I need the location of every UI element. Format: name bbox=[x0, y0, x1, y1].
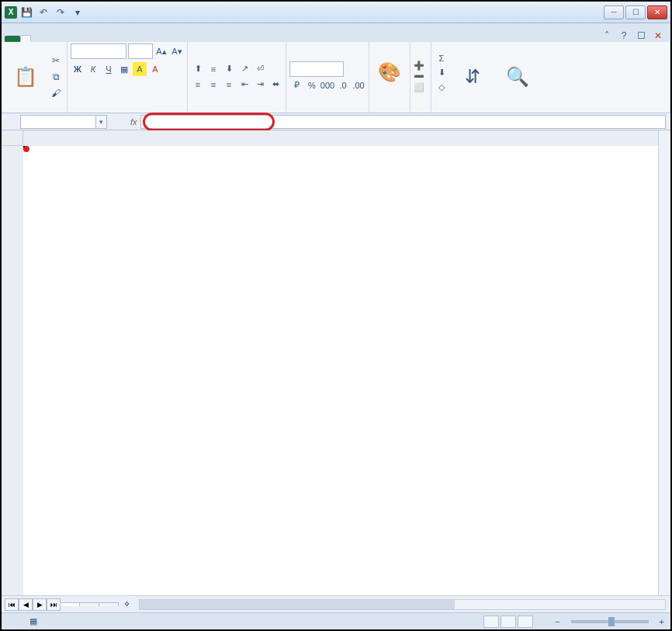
cells-container[interactable] bbox=[23, 146, 658, 595]
tab-formulas[interactable] bbox=[50, 36, 59, 42]
autosum-icon[interactable]: Σ bbox=[435, 51, 449, 65]
decrease-font-icon[interactable]: A▾ bbox=[170, 44, 184, 58]
close-button[interactable]: ✕ bbox=[647, 5, 667, 19]
clear-icon[interactable]: ◇ bbox=[435, 81, 449, 95]
inner-close-icon[interactable]: ✕ bbox=[652, 29, 664, 42]
number-format-input[interactable] bbox=[289, 61, 344, 77]
fill-icon[interactable]: ⬇ bbox=[435, 66, 449, 80]
format-icon: ⬜ bbox=[414, 82, 424, 92]
align-top-icon[interactable]: ⬆ bbox=[191, 62, 205, 76]
minimize-ribbon-icon[interactable]: ˄ bbox=[601, 29, 613, 42]
maximize-button[interactable]: ☐ bbox=[625, 5, 646, 19]
align-center-icon[interactable]: ≡ bbox=[206, 78, 220, 92]
group-font: A▴ A▾ Ж К Ч ▦ A A bbox=[68, 42, 188, 113]
align-bottom-icon[interactable]: ⬇ bbox=[222, 62, 236, 76]
group-styles: 🎨 bbox=[369, 42, 410, 113]
sheet-tab-2[interactable] bbox=[79, 602, 99, 606]
decrease-decimal-icon[interactable]: .00 bbox=[352, 78, 365, 92]
increase-font-icon[interactable]: A▴ bbox=[154, 44, 168, 58]
tab-abbyy[interactable] bbox=[115, 36, 124, 42]
formula-highlight bbox=[143, 113, 275, 131]
sheet-nav-prev-icon[interactable]: ◀ bbox=[19, 598, 33, 611]
active-cell-value bbox=[23, 146, 29, 149]
tab-data[interactable] bbox=[59, 36, 68, 42]
delete-cells-button[interactable]: ➖ bbox=[414, 71, 428, 81]
help-icon[interactable]: ? bbox=[618, 29, 630, 42]
grid-area bbox=[2, 130, 670, 595]
ribbon-tabs: ˄ ? ☐ ✕ bbox=[2, 23, 670, 42]
align-middle-icon[interactable]: ≡ bbox=[206, 62, 220, 76]
font-color-icon[interactable]: A bbox=[148, 62, 162, 76]
tab-insert[interactable] bbox=[31, 36, 40, 42]
sort-filter-button[interactable]: ⇵ bbox=[452, 51, 494, 102]
formula-bar[interactable] bbox=[140, 115, 666, 129]
page-break-view-icon[interactable] bbox=[518, 615, 533, 628]
save-icon[interactable]: 💾 bbox=[19, 5, 34, 20]
tab-layout[interactable] bbox=[40, 36, 50, 42]
page-layout-view-icon[interactable] bbox=[501, 615, 516, 628]
underline-button[interactable]: Ч bbox=[102, 62, 116, 76]
file-tab[interactable] bbox=[5, 36, 20, 42]
window-options-icon[interactable]: ☐ bbox=[635, 29, 647, 42]
group-label-alignment bbox=[191, 109, 282, 111]
format-cells-button[interactable]: ⬜ bbox=[414, 82, 428, 92]
sheet-nav-first-icon[interactable]: ⏮ bbox=[5, 598, 19, 611]
zoom-slider[interactable] bbox=[571, 620, 649, 623]
bold-button[interactable]: Ж bbox=[71, 62, 85, 76]
cut-icon[interactable]: ✂ bbox=[48, 53, 64, 68]
orientation-icon[interactable]: ↗ bbox=[237, 62, 251, 76]
percent-icon[interactable]: % bbox=[305, 78, 319, 92]
fill-color-icon[interactable]: A bbox=[133, 62, 147, 76]
new-sheet-icon[interactable]: ✧ bbox=[119, 599, 134, 609]
insert-cells-button[interactable]: ➕ bbox=[414, 61, 428, 71]
sheet-nav-last-icon[interactable]: ⏭ bbox=[47, 598, 61, 611]
font-name-input[interactable] bbox=[71, 43, 126, 59]
find-select-button[interactable]: 🔍 bbox=[497, 51, 539, 102]
align-left-icon[interactable]: ≡ bbox=[191, 78, 205, 92]
paste-button[interactable]: 📋 bbox=[5, 51, 47, 102]
align-right-icon[interactable]: ≡ bbox=[222, 78, 236, 92]
excel-icon: X bbox=[5, 6, 17, 19]
tab-foxit[interactable] bbox=[106, 36, 115, 42]
group-label-styles bbox=[372, 101, 407, 111]
normal-view-icon[interactable] bbox=[483, 615, 499, 628]
macro-record-icon[interactable]: ▦ bbox=[29, 616, 37, 626]
fx-icon[interactable]: fx bbox=[127, 117, 140, 127]
group-label-clipboard bbox=[5, 109, 64, 111]
sheet-tab-3[interactable] bbox=[99, 602, 119, 606]
font-size-input[interactable] bbox=[128, 43, 153, 59]
increase-indent-icon[interactable]: ⇥ bbox=[253, 78, 267, 92]
sheet-tab-1[interactable] bbox=[60, 602, 80, 606]
italic-button[interactable]: К bbox=[86, 62, 100, 76]
decrease-indent-icon[interactable]: ⇤ bbox=[237, 78, 251, 92]
tab-home[interactable] bbox=[20, 35, 31, 42]
styles-button[interactable]: 🎨 bbox=[372, 47, 407, 98]
name-box-dropdown-icon[interactable]: ▾ bbox=[96, 115, 107, 129]
sheet-nav-next-icon[interactable]: ▶ bbox=[33, 598, 47, 611]
increase-decimal-icon[interactable]: .0 bbox=[336, 78, 350, 92]
qat-dropdown-icon[interactable]: ▾ bbox=[70, 5, 85, 20]
horizontal-scrollbar[interactable] bbox=[139, 599, 666, 610]
tab-addins[interactable] bbox=[96, 36, 106, 42]
zoom-out-icon[interactable]: − bbox=[555, 617, 559, 626]
tab-review[interactable] bbox=[68, 36, 78, 42]
vertical-scrollbar[interactable] bbox=[658, 130, 670, 595]
copy-icon[interactable]: ⧉ bbox=[48, 69, 64, 85]
tab-view[interactable] bbox=[78, 36, 87, 42]
zoom-in-icon[interactable]: + bbox=[660, 617, 664, 626]
border-icon[interactable]: ▦ bbox=[117, 62, 131, 76]
select-all-corner[interactable] bbox=[2, 130, 23, 146]
comma-icon[interactable]: 000 bbox=[320, 78, 334, 92]
sort-icon: ⇵ bbox=[465, 66, 480, 88]
format-painter-icon[interactable]: 🖌 bbox=[48, 85, 64, 101]
wrap-text-icon[interactable]: ⏎ bbox=[253, 62, 267, 76]
undo-icon[interactable]: ↶ bbox=[36, 5, 51, 20]
group-cells: ➕ ➖ ⬜ bbox=[410, 42, 431, 113]
tab-developer[interactable] bbox=[87, 36, 96, 42]
merge-icon[interactable]: ⬌ bbox=[268, 78, 282, 92]
name-box[interactable] bbox=[20, 115, 96, 129]
minimize-button[interactable]: ─ bbox=[604, 5, 624, 19]
currency-icon[interactable]: ₽ bbox=[289, 78, 303, 92]
redo-icon[interactable]: ↷ bbox=[53, 5, 68, 20]
styles-icon: 🎨 bbox=[378, 61, 401, 83]
